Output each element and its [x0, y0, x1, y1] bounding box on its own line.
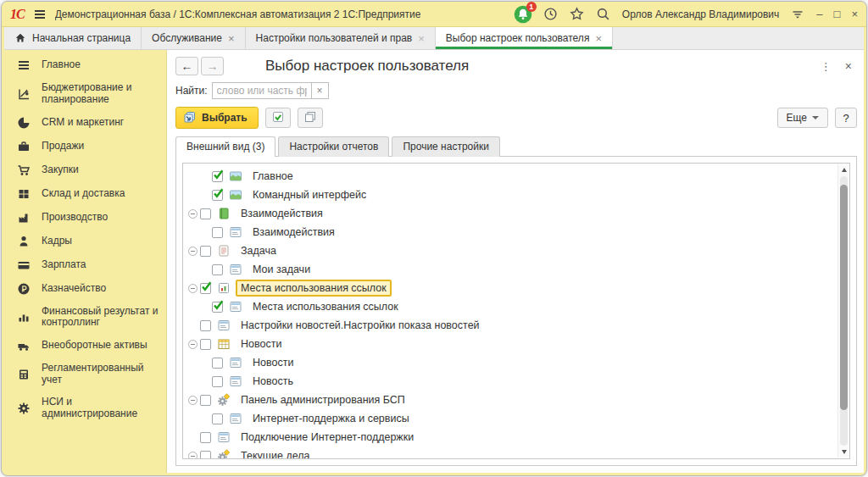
maximize-window-icon[interactable]: □: [834, 8, 841, 19]
ruble-circle-icon: [16, 282, 31, 296]
clear-search-icon[interactable]: ×: [312, 82, 329, 99]
form-close-icon[interactable]: ×: [845, 59, 852, 73]
tree-checkbox[interactable]: [212, 302, 223, 313]
history-clock-icon[interactable]: [543, 7, 559, 22]
tree-checkbox[interactable]: [212, 227, 223, 238]
tree-item-label[interactable]: Интернет-поддержка и сервисы: [248, 410, 415, 427]
tree-item-label[interactable]: Взаимодействия: [248, 224, 340, 241]
sidebar-item[interactable]: Внеоборотные активы: [4, 334, 166, 358]
tree-checkbox[interactable]: [200, 451, 211, 460]
sidebar-item[interactable]: Кадры: [4, 230, 166, 253]
form-tab[interactable]: Внешний вид (3): [175, 136, 275, 157]
tree-item-label[interactable]: Задача: [236, 242, 281, 259]
page-tab[interactable]: Обслуживание×: [142, 27, 245, 49]
sidebar-item[interactable]: НСИ и администрирование: [4, 391, 166, 425]
search-icon[interactable]: [596, 7, 611, 22]
close-tab-icon[interactable]: ×: [595, 33, 602, 44]
tree-checkbox[interactable]: [212, 358, 223, 369]
tree-checkbox[interactable]: [200, 246, 211, 257]
tree-checkbox[interactable]: [200, 339, 211, 350]
collapse-expander-icon[interactable]: [188, 340, 198, 349]
tree-indent: [186, 209, 200, 219]
tree-item-label[interactable]: Текущие дела: [236, 447, 315, 459]
sidebar-item-label: Продажи: [42, 141, 84, 153]
collapse-expander-icon[interactable]: [188, 209, 198, 219]
tree-checkbox[interactable]: [212, 171, 223, 182]
main-menu-icon[interactable]: [33, 8, 47, 21]
tree-row: Новости: [186, 353, 836, 372]
set-flags-button[interactable]: [265, 108, 291, 128]
truck-icon: [16, 339, 31, 352]
sidebar-item[interactable]: Главное: [4, 53, 166, 77]
tree-item-label[interactable]: Главное: [248, 168, 298, 185]
page-tab[interactable]: Начальная страница: [4, 27, 142, 49]
tree-checkbox[interactable]: [212, 190, 223, 201]
select-button[interactable]: Выбрать: [175, 107, 259, 129]
close-tab-icon[interactable]: ×: [418, 33, 425, 44]
notifications-bell-icon[interactable]: 1: [514, 5, 532, 24]
sidebar-item-label: Склад и доставка: [42, 188, 125, 200]
tree-checkbox[interactable]: [200, 432, 211, 443]
more-button[interactable]: Еще: [777, 108, 828, 128]
tree-checkbox[interactable]: [200, 208, 211, 219]
sidebar-item[interactable]: Склад и доставка: [4, 182, 166, 206]
tree-item-label[interactable]: Панель администрирования БСП: [236, 391, 410, 408]
vertical-scrollbar[interactable]: [837, 164, 849, 458]
tree-item-label[interactable]: Подключение Интернет-поддержки: [236, 429, 419, 446]
help-button[interactable]: ?: [835, 108, 857, 128]
sidebar-item-label: НСИ и администрирование: [42, 397, 159, 420]
sidebar-item[interactable]: Продажи: [4, 135, 166, 158]
close-tab-icon[interactable]: ×: [228, 33, 235, 44]
tree-item-label[interactable]: Места использования ссылок: [248, 298, 403, 315]
tree-row: Текущие дела: [186, 446, 836, 459]
scroll-down-icon[interactable]: [838, 446, 849, 458]
tree-item-label[interactable]: Взаимодействия: [236, 205, 328, 222]
collapse-expander-icon[interactable]: [188, 452, 198, 460]
collapse-expander-icon[interactable]: [188, 284, 198, 293]
minimize-window-icon[interactable]: –: [816, 8, 822, 19]
tree-checkbox[interactable]: [212, 376, 223, 387]
back-button[interactable]: ←: [175, 57, 198, 75]
bar-chart-icon: [16, 310, 31, 324]
form-menu-kebab-icon[interactable]: ⋮: [821, 60, 832, 73]
tree-item-label[interactable]: Новость: [248, 373, 298, 390]
tree-item-label[interactable]: Места использования ссылок: [236, 280, 392, 297]
connection-quality-icon[interactable]: [790, 7, 805, 22]
tree-row: Новость: [186, 372, 836, 391]
page-tab[interactable]: Настройки пользователей и прав×: [246, 27, 436, 49]
form-icon: [229, 356, 242, 369]
sidebar-item[interactable]: Казначейство: [4, 277, 166, 301]
forward-button[interactable]: →: [201, 57, 224, 75]
collapse-expander-icon[interactable]: [188, 247, 198, 256]
scrollbar-thumb[interactable]: [840, 185, 848, 410]
sidebar-item[interactable]: Производство: [4, 206, 166, 230]
form-tab[interactable]: Прочие настройки: [392, 136, 499, 157]
tree-checkbox[interactable]: [200, 283, 211, 294]
page-tab[interactable]: Выбор настроек пользователя×: [436, 27, 613, 49]
close-window-icon[interactable]: ×: [851, 8, 858, 19]
sidebar-item[interactable]: Закупки: [4, 158, 166, 182]
sidebar-item[interactable]: Бюджетирование и планирование: [4, 77, 166, 111]
current-user[interactable]: Орлов Александр Владимирович: [622, 8, 780, 20]
tree-checkbox[interactable]: [212, 413, 223, 424]
scroll-up-icon[interactable]: [838, 164, 849, 175]
collapse-expander-icon[interactable]: [188, 396, 198, 405]
favorites-star-icon[interactable]: [570, 7, 585, 22]
sidebar-item[interactable]: CRM и маркетинг: [4, 111, 166, 135]
sidebar-item[interactable]: Финансовый результат и контроллинг: [4, 301, 166, 335]
tree-checkbox[interactable]: [212, 264, 223, 275]
tree-item-label[interactable]: Настройки новостей.Настройки показа ново…: [236, 317, 485, 334]
sidebar-item[interactable]: Регламентированный учет: [4, 358, 166, 391]
tree-item-label[interactable]: Новости: [248, 354, 298, 371]
find-input[interactable]: [212, 82, 312, 99]
tree-checkbox[interactable]: [200, 395, 211, 406]
tree-item-label[interactable]: Мои задачи: [248, 261, 315, 278]
sidebar-item[interactable]: Зарплата: [4, 253, 166, 277]
form-tab[interactable]: Настройки отчетов: [278, 136, 389, 157]
copy-button[interactable]: [298, 108, 323, 128]
toolbar: Выбрать: [175, 106, 857, 130]
tree-item-label[interactable]: Командный интерфейс: [248, 186, 371, 203]
tree-checkbox[interactable]: [200, 320, 211, 331]
form-icon: [229, 374, 242, 388]
tree-item-label[interactable]: Новости: [236, 336, 287, 352]
